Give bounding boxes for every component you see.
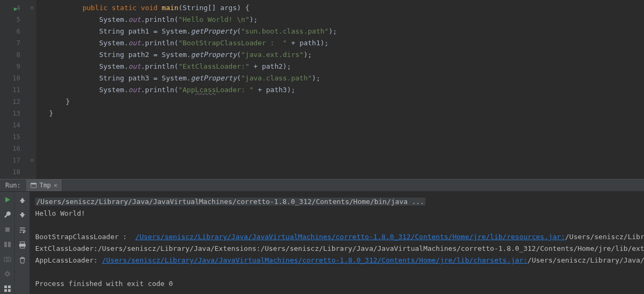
svg-rect-2 — [5, 227, 10, 232]
trash-button[interactable] — [17, 256, 28, 265]
fold-open-icon[interactable]: ⊖ — [30, 2, 34, 14]
run-icon — [4, 196, 11, 205]
code-line[interactable]: String path1 = System.getProperty("sun.b… — [49, 26, 644, 37]
path-link[interactable]: /Users/seniscz/Library/Java/JavaVirtualM… — [135, 233, 565, 241]
wrench-icon — [4, 211, 11, 220]
up-icon — [19, 197, 26, 206]
console-line — [35, 266, 639, 278]
code-line[interactable]: System.out.println("Hello World! \n"); — [49, 14, 644, 26]
svg-rect-9 — [8, 285, 11, 288]
console-toolbar-left — [0, 192, 15, 294]
line-number[interactable]: 10 — [0, 72, 20, 84]
run-panel-label: Run: — [0, 182, 26, 189]
print-icon — [19, 241, 26, 250]
svg-rect-11 — [8, 289, 11, 292]
up-button[interactable] — [17, 196, 28, 206]
console-line: ExtClassLoader:/Users/seniscz/Library/Ja… — [35, 243, 639, 255]
line-gutter[interactable]: ▶456789101112131415161718 — [0, 0, 30, 179]
console-line: AppLcassLoader: /Users/seniscz/Library/J… — [35, 255, 639, 266]
run-tab-label: Tmp — [39, 182, 51, 189]
svg-rect-12 — [20, 242, 25, 244]
svg-rect-5 — [4, 257, 11, 262]
line-number[interactable]: 14 — [0, 119, 20, 131]
line-number[interactable]: 15 — [0, 131, 20, 143]
code-content[interactable]: public static void main(String[] args) {… — [36, 0, 644, 179]
run-tab-bar: Run: Tmp × — [0, 179, 644, 192]
line-number[interactable]: 11 — [0, 84, 20, 96]
close-icon[interactable]: × — [54, 182, 58, 189]
run-gutter-icon[interactable]: ▶ — [14, 3, 18, 15]
trash-icon — [19, 256, 26, 265]
code-line[interactable]: String path3 = System.getProperty("java.… — [49, 72, 644, 84]
line-number[interactable]: 6 — [0, 26, 20, 37]
code-line[interactable]: } — [49, 108, 644, 119]
code-line[interactable]: public static void main(String[] args) { — [49, 2, 644, 14]
down-button[interactable] — [17, 211, 28, 220]
code-editor[interactable]: ▶456789101112131415161718 ⊖⊖ public stat… — [0, 0, 644, 179]
line-number[interactable]: 16 — [0, 143, 20, 154]
svg-point-7 — [6, 272, 9, 275]
svg-rect-8 — [4, 285, 7, 288]
grid-button[interactable] — [2, 284, 13, 294]
svg-point-6 — [6, 258, 8, 260]
console-line: Process finished with exit code 0 — [35, 278, 639, 290]
path-link[interactable]: /Users/seniscz/Library/Java/JavaVirtualM… — [102, 256, 527, 264]
fold-column[interactable]: ⊖⊖ — [30, 0, 36, 179]
svg-rect-4 — [8, 242, 11, 247]
wrench-button[interactable] — [2, 211, 13, 220]
run-tab[interactable]: Tmp × — [26, 179, 62, 191]
code-line[interactable]: System.out.println("AppLcassLoader: " + … — [49, 84, 644, 96]
gear-icon — [4, 270, 11, 279]
console-line: /Users/seniscz/Library/Java/JavaVirtualM… — [35, 196, 639, 208]
down-icon — [19, 211, 26, 220]
line-number[interactable]: 7 — [0, 37, 20, 49]
svg-rect-3 — [4, 242, 7, 247]
stop-icon — [4, 226, 11, 235]
application-icon — [30, 182, 37, 189]
code-line[interactable]: System.out.println("ExtClassLoader:" + p… — [49, 61, 644, 72]
line-number[interactable]: 13 — [0, 108, 20, 119]
svg-rect-10 — [4, 289, 7, 292]
line-number[interactable]: 17 — [0, 154, 20, 166]
camera-icon — [4, 255, 11, 264]
console-output[interactable]: /Users/seniscz/Library/Java/JavaVirtualM… — [30, 192, 644, 294]
console-line — [35, 219, 639, 231]
line-number[interactable]: 9 — [0, 61, 20, 72]
code-line[interactable]: } — [49, 96, 644, 108]
stop-button[interactable] — [2, 225, 13, 235]
console-line: Hello World! — [35, 208, 639, 219]
svg-rect-1 — [31, 183, 36, 185]
code-line[interactable]: String path2 = System.getProperty("java.… — [49, 49, 644, 61]
camera-button[interactable] — [2, 255, 13, 265]
run-button[interactable] — [2, 196, 13, 206]
code-line[interactable]: System.out.println("BootStrapClassLoader… — [49, 37, 644, 49]
line-number[interactable]: 5 — [0, 14, 20, 26]
line-number[interactable]: 8 — [0, 49, 20, 61]
console-toolbar-right — [15, 192, 30, 294]
fold-close-icon[interactable]: ⊖ — [30, 154, 34, 166]
wrap-icon — [19, 226, 26, 235]
console-panel: /Users/seniscz/Library/Java/JavaVirtualM… — [0, 192, 644, 294]
console-line: BootStrapClassLoader : /Users/seniscz/Li… — [35, 231, 639, 243]
layout-button[interactable] — [2, 240, 13, 250]
layout-icon — [4, 241, 11, 250]
line-number[interactable]: 18 — [0, 166, 20, 178]
gear-button[interactable] — [2, 270, 13, 280]
wrap-button[interactable] — [17, 226, 28, 235]
line-number[interactable]: 12 — [0, 96, 20, 108]
grid-icon — [4, 285, 11, 294]
print-button[interactable] — [17, 241, 28, 250]
